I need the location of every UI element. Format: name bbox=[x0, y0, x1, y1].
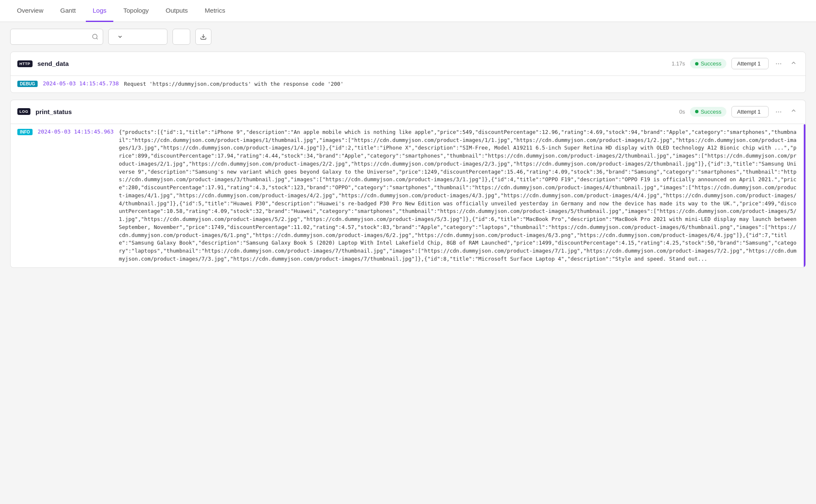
collapse-toggle-button[interactable] bbox=[789, 60, 799, 68]
search-box[interactable] bbox=[10, 29, 103, 45]
top-navigation: OverviewGanttLogsTopologyOutputsMetrics bbox=[0, 0, 816, 22]
collapse-toggle-button[interactable] bbox=[789, 107, 799, 116]
success-dot bbox=[695, 110, 698, 113]
log-row: DEBUG2024-05-03 14:15:45.738Request 'htt… bbox=[11, 76, 805, 93]
toolbar bbox=[0, 22, 816, 52]
nav-item-logs[interactable]: Logs bbox=[86, 0, 113, 22]
collapse-all-button[interactable] bbox=[173, 29, 190, 45]
log-row: INFO2024-05-03 14:15:45.963{"products":[… bbox=[11, 124, 805, 267]
log-header-send_data: HTTPsend_data1.17sSuccessAttempt 1··· bbox=[11, 52, 805, 76]
log-content-area: INFO2024-05-03 14:15:45.963{"products":[… bbox=[11, 124, 805, 267]
status-text: Success bbox=[701, 60, 721, 67]
svg-line-1 bbox=[96, 38, 98, 39]
download-button[interactable] bbox=[195, 29, 211, 45]
success-dot bbox=[695, 62, 698, 65]
nav-item-metrics[interactable]: Metrics bbox=[198, 0, 232, 22]
nav-item-outputs[interactable]: Outputs bbox=[159, 0, 195, 22]
chevron-down-icon bbox=[117, 34, 123, 40]
search-input[interactable] bbox=[15, 33, 88, 40]
attempt-button[interactable]: Attempt 1 bbox=[731, 58, 769, 69]
log-content-area: DEBUG2024-05-03 14:15:45.738Request 'htt… bbox=[11, 76, 805, 93]
nav-item-gantt[interactable]: Gantt bbox=[54, 0, 83, 22]
nav-item-overview[interactable]: Overview bbox=[10, 0, 50, 22]
log-content-scroll[interactable]: DEBUG2024-05-03 14:15:45.738Request 'htt… bbox=[11, 76, 805, 93]
attempt-label: Attempt 1 bbox=[737, 60, 761, 67]
log-duration: 0s bbox=[679, 109, 685, 115]
level-tag: INFO bbox=[17, 129, 33, 135]
nav-item-topology[interactable]: Topology bbox=[117, 0, 156, 22]
search-icon bbox=[92, 33, 99, 40]
more-options-button[interactable]: ··· bbox=[774, 59, 783, 68]
more-options-button[interactable]: ··· bbox=[774, 107, 783, 116]
attempt-button[interactable]: Attempt 1 bbox=[731, 106, 769, 117]
log-timestamp: 2024-05-03 14:15:45.963 bbox=[38, 128, 114, 135]
log-type-badge: HTTP bbox=[17, 60, 33, 67]
status-text: Success bbox=[701, 109, 721, 115]
log-duration: 1.17s bbox=[671, 60, 685, 67]
level-tag: DEBUG bbox=[17, 81, 38, 87]
log-entry-send_data: HTTPsend_data1.17sSuccessAttempt 1···DEB… bbox=[10, 52, 806, 93]
download-icon bbox=[200, 33, 207, 40]
log-entry-print_status: LOGprint_status0sSuccessAttempt 1···INFO… bbox=[10, 100, 806, 268]
log-name: print_status bbox=[36, 108, 674, 115]
success-badge: Success bbox=[690, 59, 726, 68]
level-dropdown[interactable] bbox=[108, 29, 167, 45]
log-header-print_status: LOGprint_status0sSuccessAttempt 1··· bbox=[11, 100, 805, 124]
log-type-badge: LOG bbox=[17, 108, 30, 115]
log-content-scroll[interactable]: INFO2024-05-03 14:15:45.963{"products":[… bbox=[11, 124, 805, 267]
scroll-indicator bbox=[804, 124, 805, 267]
svg-point-0 bbox=[93, 34, 97, 39]
success-badge: Success bbox=[690, 107, 726, 117]
log-name: send_data bbox=[38, 60, 667, 67]
log-timestamp: 2024-05-03 14:15:45.738 bbox=[43, 80, 119, 87]
log-message: {"products":[{"id":1,"title":"iPhone 9",… bbox=[119, 128, 799, 263]
attempt-label: Attempt 1 bbox=[737, 109, 761, 115]
log-message: Request 'https://dummyjson.com/products'… bbox=[124, 80, 799, 88]
logs-container: HTTPsend_data1.17sSuccessAttempt 1···DEB… bbox=[0, 52, 816, 278]
